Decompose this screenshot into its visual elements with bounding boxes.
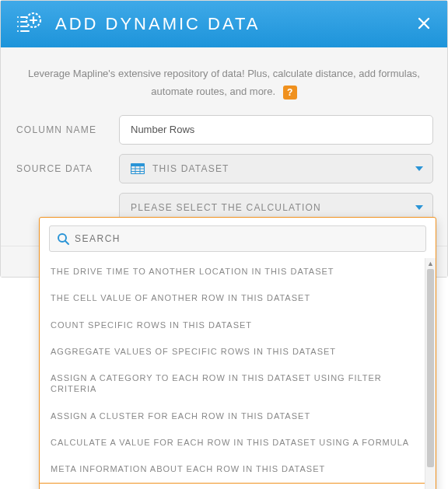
calculation-placeholder: PLEASE SELECT THE CALCULATION — [131, 202, 321, 213]
svg-rect-14 — [131, 163, 145, 166]
dropdown-item[interactable]: AGGREGATE VALUES OF SPECIFIC ROWS IN THI… — [40, 338, 425, 365]
spreadsheet-icon — [131, 163, 145, 174]
dropdown-search — [49, 225, 426, 252]
dropdown-item[interactable]: META INFORMATION ABOUT EACH ROW IN THIS … — [40, 456, 425, 482]
dropdown-item[interactable]: THE DRIVE TIME TO ANOTHER LOCATION IN TH… — [40, 258, 425, 285]
modal-title: ADD DYNAMIC DATA — [55, 14, 415, 34]
dropdown-list: THE DRIVE TIME TO ANOTHER LOCATION IN TH… — [40, 258, 425, 489]
calculation-dropdown: THE DRIVE TIME TO ANOTHER LOCATION IN TH… — [39, 217, 436, 489]
source-data-label: SOURCE DATA — [15, 163, 119, 174]
source-data-select[interactable]: THIS DATASET — [119, 154, 433, 183]
dropdown-item[interactable]: ASSIGN A CLUSTER FOR EACH ROW IN THIS DA… — [40, 403, 425, 429]
dropdown-item[interactable]: ASSIGN A CATEGORY TO EACH ROW IN THIS DA… — [40, 365, 425, 403]
chevron-down-icon — [415, 205, 423, 210]
search-icon — [56, 232, 70, 246]
column-name-row: COLUMN NAME — [15, 115, 433, 145]
scroll-up-icon[interactable]: ▲ — [427, 258, 434, 269]
scroll-thumb[interactable] — [427, 269, 434, 467]
dropdown-list-wrap: THE DRIVE TIME TO ANOTHER LOCATION IN TH… — [40, 258, 436, 489]
description-text: Leverage Mapline's extensive repository … — [28, 68, 420, 97]
dynamic-data-icon — [15, 10, 43, 38]
help-icon[interactable]: ? — [283, 86, 297, 100]
close-icon[interactable] — [415, 13, 433, 35]
dropdown-item[interactable]: THE CELL VALUE OF ANOTHER ROW IN THIS DA… — [40, 285, 425, 311]
modal-header: ADD DYNAMIC DATA — [1, 1, 447, 47]
column-name-label: COLUMN NAME — [15, 124, 119, 135]
dropdown-search-input[interactable] — [75, 233, 419, 244]
dropdown-item-selected[interactable]: NUMBER THE ROWS IN THIS DATASET — [39, 483, 425, 489]
modal-description: Leverage Mapline's extensive repository … — [1, 47, 447, 112]
source-data-row: SOURCE DATA THIS DATASET — [15, 154, 433, 183]
source-data-value: THIS DATASET — [152, 163, 229, 174]
column-name-input[interactable] — [131, 124, 422, 135]
svg-line-20 — [65, 241, 68, 244]
dropdown-item[interactable]: COUNT SPECIFIC ROWS IN THIS DATASET — [40, 312, 425, 338]
scroll-track[interactable] — [425, 269, 436, 489]
column-name-input-wrap — [119, 115, 433, 145]
chevron-down-icon — [415, 166, 423, 171]
dropdown-scrollbar[interactable]: ▲ ▼ — [425, 258, 436, 489]
dropdown-item[interactable]: CALCULATE A VALUE FOR EACH ROW IN THIS D… — [40, 429, 425, 456]
